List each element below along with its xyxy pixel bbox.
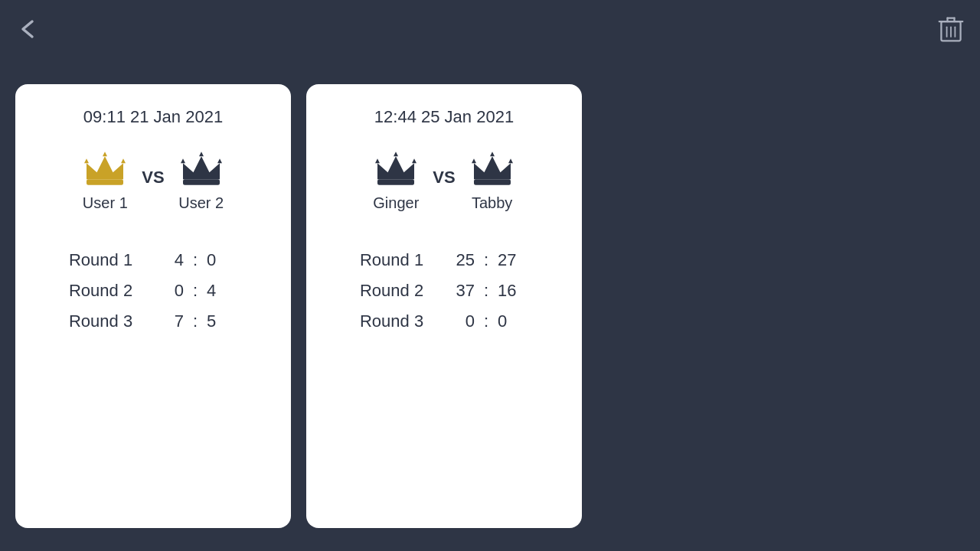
score-right: 0 bbox=[498, 311, 528, 331]
player2-name: User 2 bbox=[178, 194, 224, 212]
svg-marker-20 bbox=[394, 152, 398, 156]
svg-rect-8 bbox=[87, 179, 123, 185]
score-right: 27 bbox=[498, 250, 528, 270]
svg-marker-11 bbox=[84, 158, 89, 163]
back-button[interactable] bbox=[15, 15, 43, 47]
svg-marker-15 bbox=[199, 152, 204, 156]
player1-name: Ginger bbox=[373, 194, 419, 212]
rounds-section: Round 14:0Round 20:4Round 37:5 bbox=[38, 250, 268, 331]
player2: Tabby bbox=[469, 150, 515, 212]
card-timestamp: 09:11 21 Jan 2021 bbox=[83, 107, 223, 127]
round-label: Round 1 bbox=[69, 250, 153, 270]
score-left: 25 bbox=[444, 250, 475, 270]
trash-button[interactable] bbox=[937, 15, 965, 48]
svg-rect-13 bbox=[183, 179, 220, 185]
round-label: Round 2 bbox=[69, 281, 153, 301]
svg-rect-23 bbox=[474, 179, 511, 185]
round-row-3: Round 37:5 bbox=[38, 311, 268, 331]
svg-marker-26 bbox=[472, 158, 476, 163]
card-timestamp: 12:44 25 Jan 2021 bbox=[374, 107, 514, 127]
score-right: 4 bbox=[207, 281, 237, 301]
score-left: 37 bbox=[444, 281, 475, 301]
player2-name: Tabby bbox=[472, 194, 512, 212]
svg-marker-17 bbox=[217, 158, 222, 163]
round-label: Round 3 bbox=[360, 311, 444, 331]
score-separator: : bbox=[193, 250, 198, 270]
score-left: 0 bbox=[444, 311, 475, 331]
players-row: GingerVS Tabby bbox=[329, 150, 559, 212]
svg-marker-27 bbox=[508, 158, 513, 163]
score-left: 0 bbox=[153, 281, 184, 301]
svg-marker-14 bbox=[183, 156, 220, 179]
score-right: 5 bbox=[207, 311, 237, 331]
svg-marker-16 bbox=[181, 158, 185, 163]
player1-name: User 1 bbox=[83, 194, 128, 212]
score-separator: : bbox=[484, 281, 488, 301]
svg-marker-25 bbox=[490, 152, 495, 156]
svg-marker-10 bbox=[103, 152, 107, 156]
player1: User 1 bbox=[82, 150, 128, 212]
round-row-1: Round 125:27 bbox=[329, 250, 559, 270]
player2: User 2 bbox=[178, 150, 224, 212]
round-label: Round 3 bbox=[69, 311, 153, 331]
player1: Ginger bbox=[373, 150, 419, 212]
round-row-1: Round 14:0 bbox=[38, 250, 268, 270]
score-right: 0 bbox=[207, 250, 237, 270]
score-separator: : bbox=[484, 250, 488, 270]
svg-marker-9 bbox=[87, 156, 123, 179]
svg-marker-22 bbox=[412, 158, 416, 163]
vs-label: VS bbox=[142, 168, 164, 187]
svg-marker-24 bbox=[474, 156, 511, 179]
rounds-section: Round 125:27Round 237:16Round 30:0 bbox=[329, 250, 559, 331]
score-left: 7 bbox=[153, 311, 184, 331]
game-card-1: 09:11 21 Jan 2021 User 1VS User 2Round 1… bbox=[15, 84, 291, 528]
vs-label: VS bbox=[433, 168, 455, 187]
round-label: Round 1 bbox=[360, 250, 444, 270]
players-row: User 1VS User 2 bbox=[38, 150, 268, 212]
svg-marker-19 bbox=[377, 156, 414, 179]
score-separator: : bbox=[484, 311, 488, 331]
round-row-2: Round 237:16 bbox=[329, 281, 559, 301]
round-label: Round 2 bbox=[360, 281, 444, 301]
score-right: 16 bbox=[498, 281, 528, 301]
cards-container: 09:11 21 Jan 2021 User 1VS User 2Round 1… bbox=[0, 0, 980, 543]
round-row-2: Round 20:4 bbox=[38, 281, 268, 301]
svg-rect-18 bbox=[377, 179, 414, 185]
score-separator: : bbox=[193, 311, 198, 331]
svg-marker-12 bbox=[121, 158, 126, 163]
score-left: 4 bbox=[153, 250, 184, 270]
score-separator: : bbox=[193, 281, 198, 301]
svg-marker-21 bbox=[375, 158, 380, 163]
game-card-2: 12:44 25 Jan 2021 GingerVS TabbyRound 12… bbox=[306, 84, 582, 528]
round-row-3: Round 30:0 bbox=[329, 311, 559, 331]
